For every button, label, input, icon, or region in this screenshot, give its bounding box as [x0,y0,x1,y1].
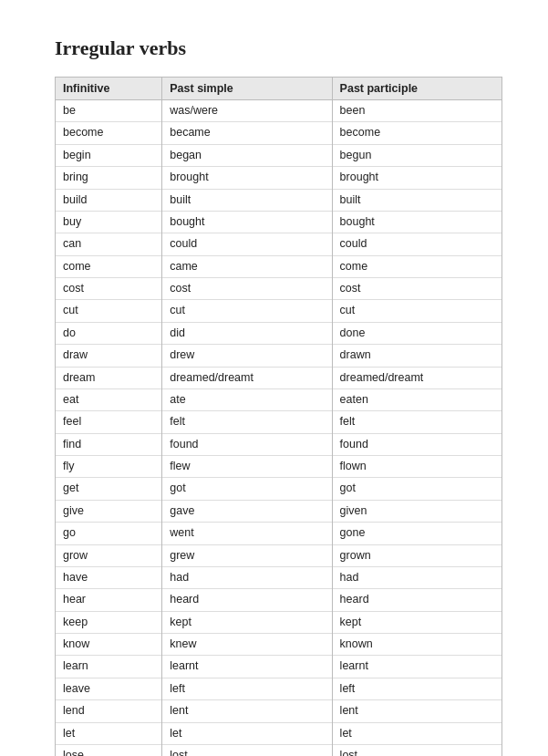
table-row: letletlet [56,722,502,744]
table-cell: did [162,322,332,344]
table-row: lendlentlent [56,700,502,722]
table-cell: let [162,722,332,744]
table-row: cancouldcould [56,233,502,255]
table-cell: lent [162,700,332,722]
table-cell: built [162,189,332,211]
table-row: bewas/werebeen [56,100,502,122]
table-row: findfoundfound [56,433,502,455]
table-row: knowknewknown [56,634,502,656]
table-cell: had [162,566,332,588]
table-cell: lose [56,744,162,756]
table-cell: drawn [332,345,501,367]
table-cell: lent [332,700,501,722]
table-cell: begun [332,144,501,166]
header-past-participle: Past participle [332,78,501,100]
table-cell: felt [332,411,501,433]
table-cell: let [332,722,501,744]
header-infinitive: Infinitive [56,78,162,100]
table-cell: go [56,523,162,544]
table-row: eatateeaten [56,388,502,410]
table-cell: lend [56,700,162,722]
table-row: drawdrewdrawn [56,345,502,367]
table-cell: leave [56,678,162,699]
table-cell: lost [332,744,501,756]
table-cell: draw [56,345,162,367]
table-cell: known [332,634,501,656]
table-cell: found [162,433,332,455]
table-cell: done [332,322,501,344]
table-cell: grown [332,544,501,566]
table-row: havehadhad [56,566,502,588]
table-cell: given [332,500,501,522]
table-cell: got [162,478,332,500]
page-title: Irregular verbs [55,36,502,60]
table-cell: got [332,478,501,500]
table-cell: dreamed/dreamt [162,367,332,388]
table-cell: been [332,100,501,122]
table-cell: come [56,255,162,277]
table-cell: get [56,478,162,500]
table-cell: flew [162,456,332,478]
table-cell: grew [162,544,332,566]
table-cell: gave [162,500,332,522]
table-cell: build [56,189,162,211]
table-cell: let [56,722,162,744]
table-cell: bring [56,167,162,189]
table-cell: heard [332,589,501,611]
table-row: becomebecamebecome [56,122,502,144]
table-row: flyflewflown [56,456,502,478]
table-cell: cost [162,278,332,300]
verb-table: Infinitive Past simple Past participle b… [55,77,502,756]
table-row: feelfeltfelt [56,411,502,433]
table-cell: found [332,433,501,455]
table-cell: had [332,566,501,588]
table-cell: feel [56,411,162,433]
table-cell: can [56,233,162,255]
table-row: growgrewgrown [56,544,502,566]
table-cell: went [162,523,332,544]
table-header-row: Infinitive Past simple Past participle [56,78,502,100]
table-cell: begin [56,144,162,166]
table-cell: ate [162,388,332,410]
table-row: cutcutcut [56,300,502,322]
table-cell: kept [162,611,332,633]
table-cell: flown [332,456,501,478]
table-cell: knew [162,634,332,656]
table-cell: came [162,255,332,277]
table-cell: keep [56,611,162,633]
table-cell: bought [332,211,501,233]
table-row: leaveleftleft [56,678,502,699]
page: Irregular verbs Infinitive Past simple P… [0,0,548,756]
table-row: hearheardheard [56,589,502,611]
table-cell: learnt [162,656,332,678]
table-cell: began [162,144,332,166]
table-cell: give [56,500,162,522]
table-row: bringbroughtbrought [56,167,502,189]
table-cell: was/were [162,100,332,122]
table-row: beginbeganbegun [56,144,502,166]
table-cell: eat [56,388,162,410]
table-cell: left [332,678,501,699]
table-cell: lost [162,744,332,756]
table-row: loselostlost [56,744,502,756]
table-row: learnlearntlearnt [56,656,502,678]
table-cell: gone [332,523,501,544]
table-cell: built [332,189,501,211]
table-cell: bought [162,211,332,233]
table-cell: become [56,122,162,144]
table-row: dreamdreamed/dreamtdreamed/dreamt [56,367,502,388]
table-cell: became [162,122,332,144]
table-cell: kept [332,611,501,633]
table-row: costcostcost [56,278,502,300]
table-cell: brought [162,167,332,189]
table-cell: find [56,433,162,455]
table-cell: learn [56,656,162,678]
table-cell: cut [56,300,162,322]
table-row: keepkeptkept [56,611,502,633]
table-cell: eaten [332,388,501,410]
table-cell: be [56,100,162,122]
table-cell: buy [56,211,162,233]
table-cell: brought [332,167,501,189]
table-cell: learnt [332,656,501,678]
table-cell: could [332,233,501,255]
